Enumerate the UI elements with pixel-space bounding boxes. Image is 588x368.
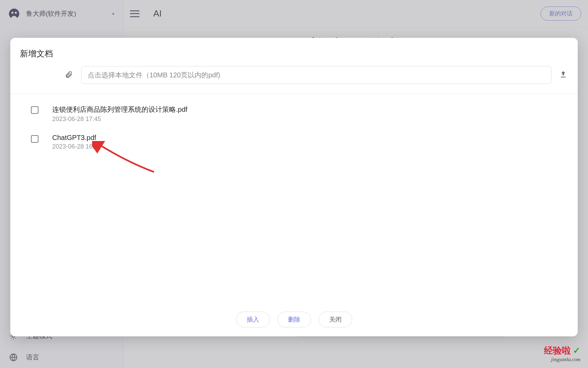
insert-button[interactable]: 插入 xyxy=(236,312,270,327)
file-select-input[interactable]: 点击选择本地文件（10MB 120页以内的pdf) xyxy=(81,66,552,84)
check-icon: ✓ xyxy=(573,346,580,356)
checkbox[interactable] xyxy=(31,135,38,143)
upload-row: 点击选择本地文件（10MB 120页以内的pdf) xyxy=(10,66,578,94)
watermark-url: jingyanla.com xyxy=(544,357,581,362)
watermark: 经验啦 ✓ jingyanla.com xyxy=(544,345,581,362)
file-row[interactable]: ChatGPT3.pdf 2023-06-28 16:03 xyxy=(31,130,557,158)
upload-icon[interactable] xyxy=(559,71,568,79)
file-row[interactable]: 连锁便利店商品陈列管理系统的设计策略.pdf 2023-06-28 17:45 xyxy=(31,101,557,130)
modal-footer: 插入 删除 关闭 xyxy=(10,303,578,336)
add-document-modal: 新增文档 点击选择本地文件（10MB 120页以内的pdf) 连锁便利店商品陈列… xyxy=(10,38,578,336)
modal-overlay[interactable]: 新增文档 点击选择本地文件（10MB 120页以内的pdf) 连锁便利店商品陈列… xyxy=(0,0,588,368)
file-date: 2023-06-28 17:45 xyxy=(52,116,187,123)
file-info: ChatGPT3.pdf 2023-06-28 16:03 xyxy=(52,134,101,150)
file-list: 连锁便利店商品陈列管理系统的设计策略.pdf 2023-06-28 17:45 … xyxy=(10,94,578,165)
close-button[interactable]: 关闭 xyxy=(319,312,352,327)
watermark-text: 经验啦 xyxy=(544,346,571,356)
file-date: 2023-06-28 16:03 xyxy=(52,143,101,150)
checkbox[interactable] xyxy=(31,106,38,114)
paperclip-icon[interactable] xyxy=(65,71,74,79)
modal-title: 新增文档 xyxy=(10,38,578,66)
file-info: 连锁便利店商品陈列管理系统的设计策略.pdf 2023-06-28 17:45 xyxy=(52,105,187,123)
file-name: ChatGPT3.pdf xyxy=(52,134,101,142)
delete-button[interactable]: 删除 xyxy=(277,312,311,327)
file-name: 连锁便利店商品陈列管理系统的设计策略.pdf xyxy=(52,105,187,114)
